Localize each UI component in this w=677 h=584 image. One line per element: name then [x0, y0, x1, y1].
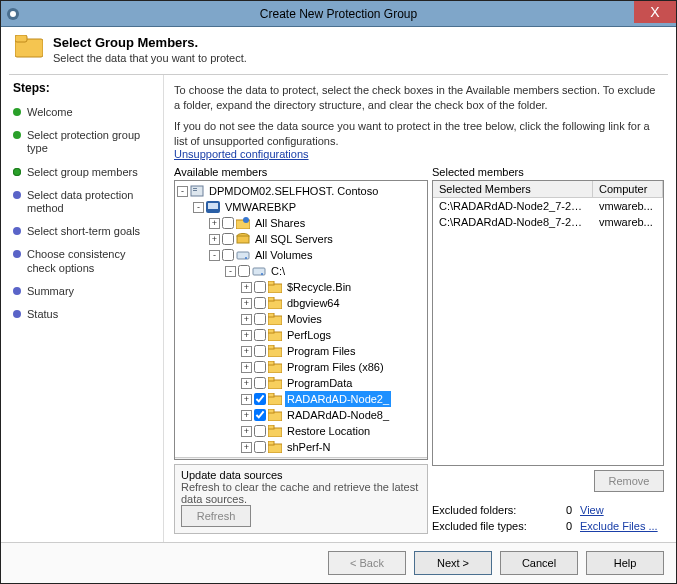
- wizard-step[interactable]: Summary: [13, 280, 155, 303]
- wizard-step[interactable]: Select short-term goals: [13, 220, 155, 243]
- wizard-step[interactable]: Select data protection method: [13, 184, 155, 220]
- scroll-right-icon[interactable]: >: [411, 459, 427, 460]
- tree-checkbox[interactable]: [238, 265, 250, 277]
- svg-rect-18: [268, 281, 274, 285]
- remove-button[interactable]: Remove: [594, 470, 664, 492]
- tree-node[interactable]: +RADARdAD-Node2_: [177, 391, 427, 407]
- tree-node[interactable]: +ProgramData: [177, 375, 427, 391]
- folder-icon: [268, 393, 282, 405]
- tree-twisty-icon[interactable]: +: [209, 234, 220, 245]
- tree-checkbox[interactable]: [254, 281, 266, 293]
- scroll-thumb[interactable]: [191, 459, 231, 460]
- col-computer[interactable]: Computer: [593, 181, 663, 197]
- tree-checkbox[interactable]: [222, 249, 234, 261]
- tree-checkbox[interactable]: [254, 425, 266, 437]
- tree-twisty-icon[interactable]: -: [177, 186, 188, 197]
- tree-twisty-icon[interactable]: +: [241, 298, 252, 309]
- tree-checkbox[interactable]: [222, 233, 234, 245]
- tree-checkbox[interactable]: [254, 377, 266, 389]
- tree-checkbox[interactable]: [254, 409, 266, 421]
- wizard-step[interactable]: Select group members: [13, 161, 155, 184]
- tree-checkbox[interactable]: [254, 297, 266, 309]
- tree-label[interactable]: All Shares: [253, 215, 307, 231]
- tree-twisty-icon[interactable]: -: [209, 250, 220, 261]
- cancel-button[interactable]: Cancel: [500, 551, 578, 575]
- unsupported-config-link[interactable]: Unsupported configurations: [174, 148, 664, 160]
- tree-twisty-icon[interactable]: +: [241, 378, 252, 389]
- exclude-files-link[interactable]: Exclude Files ...: [580, 520, 664, 532]
- back-button[interactable]: < Back: [328, 551, 406, 575]
- svg-point-16: [261, 273, 263, 275]
- tree-node[interactable]: +PerfLogs: [177, 327, 427, 343]
- tree-twisty-icon[interactable]: -: [225, 266, 236, 277]
- wizard-step[interactable]: Welcome: [13, 101, 155, 124]
- tree-label[interactable]: Restore Location: [285, 423, 372, 439]
- tree-label[interactable]: All SQL Servers: [253, 231, 335, 247]
- next-button[interactable]: Next >: [414, 551, 492, 575]
- tree-twisty-icon[interactable]: +: [241, 314, 252, 325]
- tree-twisty-icon[interactable]: +: [241, 362, 252, 373]
- tree-label[interactable]: Program Files: [285, 343, 357, 359]
- tree-checkbox[interactable]: [254, 313, 266, 325]
- steps-sidebar: Steps: WelcomeSelect protection group ty…: [1, 75, 164, 542]
- wizard-step[interactable]: Choose consistency check options: [13, 243, 155, 279]
- selected-row[interactable]: C:\RADARdAD-Node2_7-26-6-...vmwareb...: [433, 198, 663, 214]
- wizard-step[interactable]: Select protection group type: [13, 124, 155, 160]
- tree-checkbox[interactable]: [254, 393, 266, 405]
- tree-node[interactable]: +RADARdAD-Node8_: [177, 407, 427, 423]
- selected-listview[interactable]: Selected Members Computer C:\RADARdAD-No…: [432, 180, 664, 466]
- tree-label[interactable]: VMWAREBKP: [223, 199, 298, 215]
- tree-label[interactable]: DPMDOM02.SELFHOST. Contoso: [207, 183, 380, 199]
- svg-rect-30: [268, 377, 274, 381]
- tree-twisty-icon[interactable]: +: [241, 410, 252, 421]
- col-selected-members[interactable]: Selected Members: [433, 181, 593, 197]
- tree-twisty-icon[interactable]: +: [241, 394, 252, 405]
- refresh-button[interactable]: Refresh: [181, 505, 251, 527]
- tree-twisty-icon[interactable]: +: [241, 426, 252, 437]
- tree-label[interactable]: $Recycle.Bin: [285, 279, 353, 295]
- tree-label[interactable]: C:\: [269, 263, 287, 279]
- tree-node[interactable]: +Program Files: [177, 343, 427, 359]
- tree-label[interactable]: ProgramData: [285, 375, 354, 391]
- excluded-folders-count: 0: [552, 504, 572, 516]
- tree-twisty-icon[interactable]: +: [241, 282, 252, 293]
- tree-twisty-icon[interactable]: +: [241, 346, 252, 357]
- tree-node[interactable]: +Program Files (x86): [177, 359, 427, 375]
- available-tree[interactable]: -DPMDOM02.SELFHOST. Contoso-VMWAREBKP+Al…: [174, 180, 428, 460]
- tree-node[interactable]: +Movies: [177, 311, 427, 327]
- tree-checkbox[interactable]: [254, 345, 266, 357]
- tree-node[interactable]: +$Recycle.Bin: [177, 279, 427, 295]
- wizard-step[interactable]: Status: [13, 303, 155, 326]
- tree-node[interactable]: +All Shares: [177, 215, 427, 231]
- tree-node[interactable]: -DPMDOM02.SELFHOST. Contoso: [177, 183, 427, 199]
- tree-checkbox[interactable]: [222, 217, 234, 229]
- excluded-folders-view-link[interactable]: View: [580, 504, 664, 516]
- tree-checkbox[interactable]: [254, 361, 266, 373]
- tree-label[interactable]: PerfLogs: [285, 327, 333, 343]
- tree-label[interactable]: All Volumes: [253, 247, 314, 263]
- tree-label[interactable]: shPerf-N: [285, 439, 332, 455]
- scroll-left-icon[interactable]: <: [175, 459, 191, 460]
- tree-twisty-icon[interactable]: +: [241, 442, 252, 453]
- tree-label[interactable]: RADARdAD-Node2_: [285, 391, 391, 407]
- tree-node[interactable]: +dbgview64: [177, 295, 427, 311]
- tree-twisty-icon[interactable]: +: [241, 330, 252, 341]
- tree-twisty-icon[interactable]: -: [193, 202, 204, 213]
- tree-node[interactable]: +Restore Location: [177, 423, 427, 439]
- close-button[interactable]: X: [634, 1, 676, 23]
- tree-checkbox[interactable]: [254, 441, 266, 453]
- tree-twisty-icon[interactable]: +: [209, 218, 220, 229]
- tree-checkbox[interactable]: [254, 329, 266, 341]
- selected-row[interactable]: C:\RADARdAD-Node8_7-26-6-...vmwareb...: [433, 214, 663, 230]
- tree-hscrollbar[interactable]: < >: [175, 457, 427, 460]
- help-button[interactable]: Help: [586, 551, 664, 575]
- tree-node[interactable]: +shPerf-N: [177, 439, 427, 455]
- tree-node[interactable]: -C:\: [177, 263, 427, 279]
- tree-label[interactable]: RADARdAD-Node8_: [285, 407, 391, 423]
- tree-label[interactable]: Program Files (x86): [285, 359, 386, 375]
- tree-node[interactable]: -All Volumes: [177, 247, 427, 263]
- tree-node[interactable]: +All SQL Servers: [177, 231, 427, 247]
- tree-node[interactable]: -VMWAREBKP: [177, 199, 427, 215]
- tree-label[interactable]: Movies: [285, 311, 324, 327]
- tree-label[interactable]: dbgview64: [285, 295, 342, 311]
